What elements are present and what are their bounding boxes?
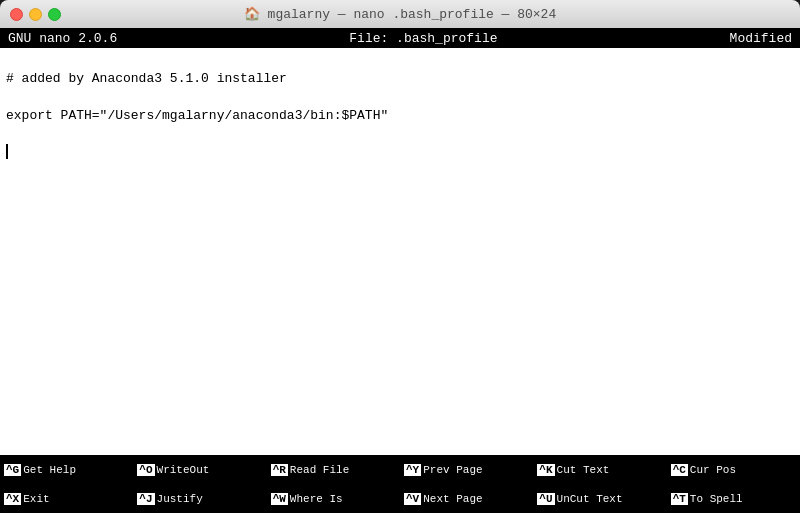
nano-modified: Modified [730, 31, 792, 46]
shortcut-label-cur-pos: Cur Pos [690, 464, 736, 476]
shortcut-get-help[interactable]: ^G Get Help [0, 455, 133, 484]
shortcut-to-spell[interactable]: ^T To Spell [667, 484, 800, 513]
shortcut-justify[interactable]: ^J Justify [133, 484, 266, 513]
shortcut-where-is[interactable]: ^W Where Is [267, 484, 400, 513]
nano-filename: File: .bash_profile [349, 31, 497, 46]
shortcut-key-cut-text: ^K [537, 464, 554, 476]
nano-header: GNU nano 2.0.6 File: .bash_profile Modif… [0, 28, 800, 48]
title-bar: 🏠 mgalarny — nano .bash_profile — 80×24 [0, 0, 800, 28]
shortcut-read-file[interactable]: ^R Read File [267, 455, 400, 484]
shortcut-key-writeout: ^O [137, 464, 154, 476]
shortcut-prev-page[interactable]: ^Y Prev Page [400, 455, 533, 484]
shortcut-key-to-spell: ^T [671, 493, 688, 505]
shortcut-next-page[interactable]: ^V Next Page [400, 484, 533, 513]
shortcut-label-next-page: Next Page [423, 493, 482, 505]
shortcut-key-justify: ^J [137, 493, 154, 505]
shortcut-key-cur-pos: ^C [671, 464, 688, 476]
shortcut-label-read-file: Read File [290, 464, 349, 476]
shortcut-key-read-file: ^R [271, 464, 288, 476]
shortcut-label-cut-text: Cut Text [557, 464, 610, 476]
fullscreen-button[interactable] [48, 8, 61, 21]
nano-version: GNU nano 2.0.6 [8, 31, 117, 46]
home-icon: 🏠 [244, 7, 268, 22]
shortcut-cur-pos[interactable]: ^C Cur Pos [667, 455, 800, 484]
close-button[interactable] [10, 8, 23, 21]
shortcut-cut-text[interactable]: ^K Cut Text [533, 455, 666, 484]
shortcut-key-exit: ^X [4, 493, 21, 505]
shortcut-exit[interactable]: ^X Exit [0, 484, 133, 513]
shortcut-label-exit: Exit [23, 493, 49, 505]
shortcut-key-uncut-text: ^U [537, 493, 554, 505]
shortcut-key-next-page: ^V [404, 493, 421, 505]
shortcut-uncut-text[interactable]: ^U UnCut Text [533, 484, 666, 513]
shortcut-key-prev-page: ^Y [404, 464, 421, 476]
editor-area[interactable]: # added by Anaconda3 5.1.0 installer exp… [0, 48, 800, 455]
shortcut-label-get-help: Get Help [23, 464, 76, 476]
shortcut-label-where-is: Where Is [290, 493, 343, 505]
shortcuts-bar: ^G Get Help ^O WriteOut ^R Read File ^Y … [0, 455, 800, 513]
shortcut-label-justify: Justify [157, 493, 203, 505]
shortcut-key-where-is: ^W [271, 493, 288, 505]
shortcut-label-to-spell: To Spell [690, 493, 743, 505]
editor-line-1: # added by Anaconda3 5.1.0 installer [6, 71, 287, 86]
shortcut-label-uncut-text: UnCut Text [557, 493, 623, 505]
minimize-button[interactable] [29, 8, 42, 21]
traffic-lights [10, 8, 61, 21]
editor-line-2: export PATH="/Users/mgalarny/anaconda3/b… [6, 108, 388, 123]
shortcut-label-prev-page: Prev Page [423, 464, 482, 476]
shortcut-writeout[interactable]: ^O WriteOut [133, 455, 266, 484]
text-cursor [6, 144, 8, 159]
shortcut-key-get-help: ^G [4, 464, 21, 476]
window-title: 🏠 mgalarny — nano .bash_profile — 80×24 [244, 6, 556, 22]
shortcut-label-writeout: WriteOut [157, 464, 210, 476]
